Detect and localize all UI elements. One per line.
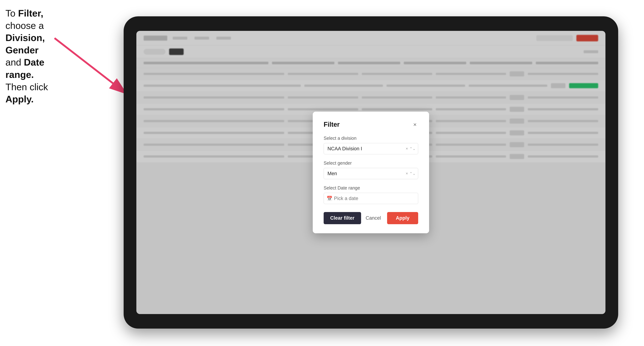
modal-footer: Clear filter Cancel Apply <box>324 212 418 224</box>
division-label: Select a division <box>324 136 418 141</box>
tablet-screen: Filter × Select a division NCAA Division… <box>136 31 606 314</box>
clear-filter-button[interactable]: Clear filter <box>324 212 361 224</box>
instruction-block: To Filter, choose a Division, Gender and… <box>6 7 64 105</box>
instruction-line4: Then click Apply. <box>6 82 48 105</box>
filter-modal: Filter × Select a division NCAA Division… <box>313 112 429 233</box>
date-label: Select Date range <box>324 185 418 191</box>
modal-close-button[interactable]: × <box>412 121 418 128</box>
modal-header: Filter × <box>324 121 418 128</box>
tablet-frame: Filter × Select a division NCAA Division… <box>124 16 618 329</box>
apply-button[interactable]: Apply <box>387 212 418 224</box>
modal-overlay: Filter × Select a division NCAA Division… <box>136 31 606 314</box>
modal-footer-right: Cancel Apply <box>364 212 418 224</box>
date-input-wrapper: 📅 <box>324 193 418 204</box>
gender-label: Select gender <box>324 161 418 166</box>
instruction-line1: To Filter, choose a <box>6 8 44 31</box>
division-select-wrapper: NCAA Division I NCAA Division II NCAA Di… <box>324 143 418 154</box>
date-form-group: Select Date range 📅 <box>324 185 418 204</box>
date-range-input[interactable] <box>324 193 418 204</box>
instruction-line2: Division, Gender <box>6 32 45 55</box>
instruction-line3: and Date range. <box>6 57 44 80</box>
modal-title: Filter <box>324 121 340 128</box>
gender-form-group: Select gender Men Women × ⌃⌄ <box>324 161 418 179</box>
svg-line-1 <box>54 38 127 94</box>
division-form-group: Select a division NCAA Division I NCAA D… <box>324 136 418 154</box>
gender-select-wrapper: Men Women × ⌃⌄ <box>324 168 418 179</box>
cancel-button[interactable]: Cancel <box>364 212 383 224</box>
division-select[interactable]: NCAA Division I NCAA Division II NCAA Di… <box>324 143 418 154</box>
gender-select[interactable]: Men Women <box>324 168 418 179</box>
